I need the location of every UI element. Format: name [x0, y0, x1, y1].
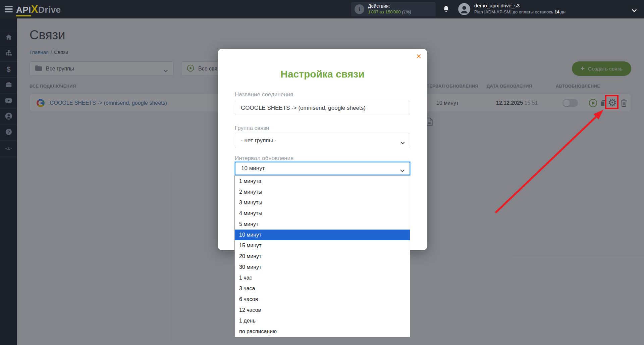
- logo-x: X: [31, 3, 38, 15]
- chevron-down-icon: [400, 167, 405, 174]
- interval-option[interactable]: 15 минут: [235, 240, 410, 251]
- update-interval-select[interactable]: 10 минут: [235, 162, 410, 175]
- info-icon: i: [355, 4, 364, 14]
- svg-text:?: ?: [7, 130, 10, 135]
- briefcase-icon: [5, 81, 12, 90]
- interval-option[interactable]: 3 минуты: [235, 197, 410, 208]
- interval-option[interactable]: 12 часов: [235, 305, 410, 315]
- link-group-label: Группа связи: [235, 125, 269, 132]
- sidebar-item-profile[interactable]: [0, 109, 17, 125]
- actions-counter[interactable]: i Действия: 1'007 из 150'000 (1%): [351, 2, 436, 16]
- sidebar-item-home[interactable]: [0, 30, 17, 46]
- close-icon[interactable]: ✕: [416, 52, 422, 60]
- sitemap-icon: [5, 49, 12, 58]
- sidebar-item-billing[interactable]: $: [0, 62, 17, 78]
- user-avatar[interactable]: [458, 3, 470, 15]
- actions-title: Действия:: [368, 3, 390, 9]
- interval-option[interactable]: 6 часов: [235, 294, 410, 305]
- sidebar-item-connections[interactable]: [0, 46, 17, 62]
- interval-option[interactable]: 1 час: [235, 273, 410, 283]
- link-group-select[interactable]: - нет группы -: [235, 133, 410, 148]
- dollar-icon: $: [6, 65, 10, 74]
- user-info[interactable]: demo_apix-drive_s3 Plan |ADM-AP-SM| до о…: [474, 3, 566, 14]
- menu-icon[interactable]: [5, 6, 13, 12]
- interval-dropdown-list: 1 минута2 минуты3 минуты4 минуты5 минут1…: [234, 176, 410, 337]
- chevron-down-icon: [400, 139, 405, 146]
- interval-option[interactable]: 30 минут: [235, 262, 410, 273]
- sidebar-item-help[interactable]: ?: [0, 125, 17, 141]
- question-icon: ?: [5, 128, 12, 137]
- home-icon: [5, 34, 12, 42]
- interval-option[interactable]: по расписанию: [235, 326, 410, 337]
- interval-option[interactable]: 2 минуты: [235, 187, 410, 197]
- connection-name-label: Название соединения: [235, 91, 293, 98]
- notifications-bell-icon[interactable]: [443, 5, 449, 14]
- link-group-value: - нет группы -: [241, 137, 276, 144]
- sidebar-item-services[interactable]: [0, 78, 17, 93]
- logo-drive: Drive: [38, 5, 61, 15]
- actions-usage: 1'007 из 150'000 (1%): [368, 9, 411, 14]
- interval-option[interactable]: 5 минут: [235, 219, 410, 230]
- interval-option[interactable]: 10 минут: [235, 230, 410, 240]
- sidebar-item-video[interactable]: [0, 93, 17, 109]
- connection-name-input[interactable]: [235, 101, 410, 115]
- user-menu-chevron-down-icon[interactable]: [632, 8, 637, 14]
- plan-info: Plan |ADM-AP-SM| до оплаты осталось 14 д…: [474, 9, 566, 14]
- code-icon: </>: [5, 146, 12, 151]
- interval-option[interactable]: 4 минуты: [235, 208, 410, 219]
- interval-option[interactable]: 1 минута: [235, 176, 410, 187]
- username: demo_apix-drive_s3: [474, 3, 566, 8]
- logo-api: API: [16, 5, 31, 16]
- user-icon: [5, 112, 12, 121]
- update-interval-label: Интервал обновления: [235, 155, 293, 162]
- sidebar-item-api[interactable]: </>: [0, 141, 17, 156]
- update-interval-value: 10 минут: [241, 165, 265, 172]
- top-header: APIXDrive i Действия: 1'007 из 150'000 (…: [0, 0, 644, 18]
- interval-option[interactable]: 3 часа: [235, 283, 410, 294]
- modal-title: Настройка связи: [218, 68, 427, 80]
- interval-option[interactable]: 20 минут: [235, 251, 410, 262]
- annotation-highlight-box: [605, 95, 619, 109]
- sidebar-nav: $ ? </>: [0, 18, 17, 345]
- interval-option[interactable]: 1 день: [235, 315, 410, 326]
- youtube-icon: [5, 97, 12, 106]
- app-logo[interactable]: APIXDrive: [16, 3, 61, 15]
